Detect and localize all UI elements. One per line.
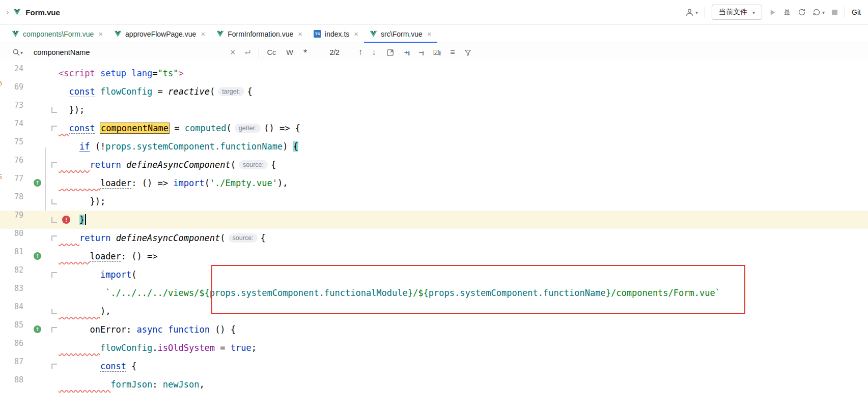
search-input[interactable]: componentName	[34, 48, 226, 56]
fold-marker[interactable]	[51, 199, 57, 204]
tab-close-icon[interactable]: ×	[354, 30, 358, 38]
profiler-button[interactable]	[798, 8, 806, 16]
chevron-down-icon: ▾	[752, 10, 755, 15]
multiline-icon[interactable]: ≡	[450, 48, 455, 57]
code-line[interactable]: 24<script setup lang="ts">	[0, 64, 868, 82]
search-icon[interactable]: ▾	[12, 48, 23, 56]
code-token: props.systemComponent.functionName	[105, 141, 283, 152]
fold-marker[interactable]	[51, 217, 57, 223]
rerun-button[interactable]: ▾	[813, 8, 825, 16]
code-token: ${	[199, 288, 209, 298]
gutter-intention-icon[interactable]: ↑	[34, 179, 41, 187]
clear-search-icon[interactable]: ×	[230, 47, 236, 58]
code-token: formJson	[110, 379, 152, 390]
line-number[interactable]: 83	[0, 284, 23, 302]
vue-icon	[216, 31, 224, 38]
tab-label: approveFlowPage.vue	[125, 30, 196, 38]
code-editor[interactable]: 24<script setup lang="ts">69 const flowC…	[0, 61, 868, 417]
code-token: {	[293, 141, 298, 152]
code-text: loader: () =>	[59, 247, 158, 265]
code-text: }	[59, 211, 86, 229]
run-config-selector[interactable]: 当前文件 ▾	[712, 5, 762, 20]
code-text: <script setup lang="ts">	[59, 64, 184, 82]
select-all-occurrences-icon[interactable]: ☑‖	[433, 48, 441, 56]
line-number[interactable]: 76	[0, 156, 23, 174]
gutter-intention-icon[interactable]: ↑	[34, 252, 41, 260]
editor-tab[interactable]: src\Form.vue×	[364, 25, 437, 43]
line-number[interactable]: 85	[0, 320, 23, 339]
words-toggle[interactable]: W	[286, 48, 293, 56]
code-line[interactable]: 69 const flowConfig = reactive(target:{	[0, 82, 868, 101]
next-match-icon[interactable]: ↓	[372, 47, 376, 57]
tab-label: index.ts	[325, 30, 349, 38]
editor-tab[interactable]: components\Form.vue×	[6, 25, 108, 43]
code-text: ),	[59, 302, 110, 320]
code-line[interactable]: 76 return defineAsyncComponent(source:{	[0, 156, 868, 174]
code-token: ;	[251, 343, 257, 353]
code-line[interactable]: 86 flowConfig.isOldSystem = true;	[0, 339, 868, 357]
fold-marker[interactable]	[51, 235, 57, 241]
fold-marker[interactable]	[51, 107, 57, 113]
prev-match-icon[interactable]: ↑	[358, 47, 363, 57]
user-menu-button[interactable]: ▾	[685, 8, 698, 17]
code-line[interactable]: 81↑ loader: () =>	[0, 247, 868, 265]
code-line[interactable]: 74 const componentName = computed(getter…	[0, 119, 868, 137]
code-line[interactable]: 88 formJson: newJson,	[0, 375, 868, 394]
fold-marker[interactable]	[51, 309, 57, 314]
tab-bar: components\Form.vue×approveFlowPage.vue×…	[0, 25, 868, 43]
line-number[interactable]: 84	[0, 302, 23, 320]
line-number[interactable]: 79	[0, 211, 23, 229]
fold-marker[interactable]	[51, 162, 57, 168]
filter-icon[interactable]	[464, 49, 471, 56]
fold-marker[interactable]	[51, 126, 57, 131]
add-occurrence-icon[interactable]: +‖	[404, 48, 409, 56]
tab-close-icon[interactable]: ×	[201, 30, 205, 38]
tab-label: components\Form.vue	[23, 30, 94, 38]
tab-close-icon[interactable]: ×	[298, 30, 302, 38]
nav-chevron-icon[interactable]: ›	[6, 8, 9, 17]
code-line[interactable]: 85↑ onError: async function () {	[0, 320, 868, 339]
code-token: ,	[199, 379, 204, 390]
gutter-intention-icon[interactable]: ↑	[34, 325, 41, 333]
editor-tab[interactable]: FormInformation.vue×	[211, 25, 308, 43]
tab-close-icon[interactable]: ×	[427, 30, 432, 38]
editor-tab[interactable]: approveFlowPage.vue×	[108, 25, 211, 43]
line-number[interactable]: 73	[0, 101, 23, 119]
regex-toggle[interactable]: *	[303, 47, 307, 58]
line-number[interactable]: 78	[0, 192, 23, 211]
line-number[interactable]: 82	[0, 265, 23, 284]
code-line[interactable]: 80 return defineAsyncComponent(source:{	[0, 229, 868, 247]
line-number[interactable]: 88	[0, 375, 23, 394]
git-menu[interactable]: Git	[852, 8, 861, 16]
ide-window: › Form.vue ▾ 当前文件 ▾	[0, 0, 868, 417]
line-number[interactable]: 81	[0, 247, 23, 265]
line-number[interactable]: 86	[0, 339, 23, 357]
line-number[interactable]: 74	[0, 119, 23, 137]
code-line[interactable]: 79! }	[0, 211, 868, 229]
line-number[interactable]: 75	[0, 137, 23, 156]
debug-icon	[783, 8, 791, 16]
newline-icon[interactable]	[244, 49, 251, 56]
code-line[interactable]: 78 });	[0, 192, 868, 211]
line-number[interactable]: 87	[0, 357, 23, 375]
code-line[interactable]: 77↑ loader: () => import('./Empty.vue'),	[0, 174, 868, 192]
run-button[interactable]	[769, 9, 776, 16]
remove-occurrence-icon[interactable]: −‖	[418, 48, 424, 56]
match-case-toggle[interactable]: Cc	[267, 48, 276, 56]
line-number[interactable]: 80	[0, 229, 23, 247]
stop-button[interactable]	[831, 9, 838, 16]
code-line[interactable]: 87 const {	[0, 357, 868, 375]
tab-close-icon[interactable]: ×	[98, 30, 103, 38]
fold-marker[interactable]	[51, 364, 57, 369]
code-token: const	[100, 361, 126, 371]
code-token: =	[152, 68, 157, 78]
code-token: defineAsyncComponent	[126, 160, 231, 170]
editor-tab[interactable]: TSindex.ts×	[308, 25, 364, 43]
annotation-red-box	[211, 265, 745, 314]
code-line[interactable]: 75 if (!props.systemComponent.functionNa…	[0, 137, 868, 156]
debug-button[interactable]	[783, 8, 791, 16]
fold-marker[interactable]	[51, 327, 57, 333]
code-line[interactable]: 73 });	[0, 101, 868, 119]
open-in-window-icon[interactable]	[386, 49, 394, 56]
fold-marker[interactable]	[51, 272, 57, 278]
